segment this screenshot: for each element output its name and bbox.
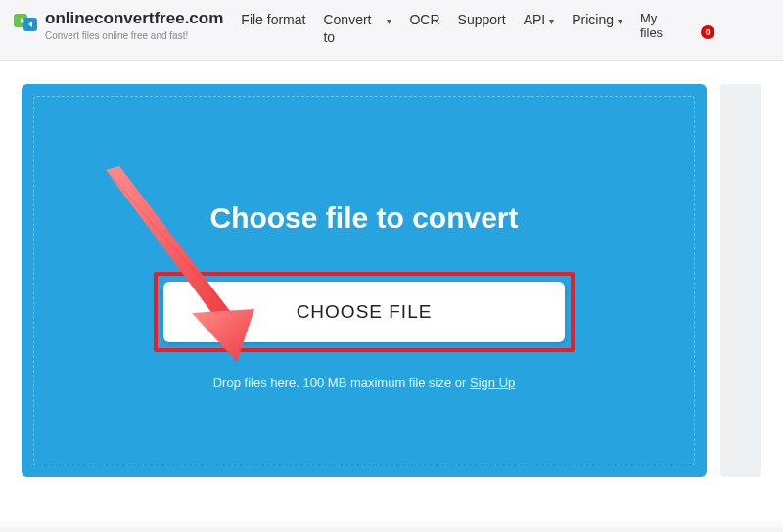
chevron-down-icon: ▾ [549, 12, 554, 28]
nav-file-format[interactable]: File format [241, 12, 305, 29]
nav-ocr[interactable]: OCR [409, 12, 439, 29]
hint-text: Drop files here. 100 MB maximum file siz… [213, 376, 470, 390]
upload-dropzone[interactable]: Choose file to convert CHOOSE FILE Drop … [33, 96, 695, 466]
choose-file-area: CHOOSE FILE [154, 272, 575, 352]
signup-link[interactable]: Sign Up [470, 376, 515, 390]
nav-my-files[interactable]: My files [640, 12, 679, 41]
page-root: onlineconvertfree.com Convert files onli… [0, 0, 783, 532]
nav-pricing-label: Pricing [572, 12, 614, 29]
upload-panel: Choose file to convert CHOOSE FILE Drop … [22, 84, 707, 477]
brand-name: onlineconvertfree.com [45, 10, 223, 28]
nav-support[interactable]: Support [458, 12, 506, 29]
nav-support-label: Support [458, 12, 506, 29]
nav-items: File format Convert to ▾ OCR Support API… [235, 10, 769, 46]
nav-convert-to[interactable]: Convert to ▾ [323, 12, 392, 46]
brand-tagline: Convert files online free and fast! [45, 30, 223, 41]
chevron-down-icon: ▾ [387, 12, 392, 28]
bottom-shadow [0, 518, 783, 532]
dropzone-hint: Drop files here. 100 MB maximum file siz… [213, 376, 516, 390]
brand[interactable]: onlineconvertfree.com Convert files onli… [14, 10, 223, 41]
main-content: Choose file to convert CHOOSE FILE Drop … [0, 61, 783, 485]
nav-api[interactable]: API ▾ [524, 12, 555, 29]
chevron-down-icon: ▾ [618, 12, 622, 28]
brand-logo-icon [14, 12, 39, 33]
side-panel-placeholder [720, 84, 761, 477]
nav-ocr-label: OCR [409, 12, 439, 29]
panel-heading: Choose file to convert [209, 201, 518, 235]
nav-my-files-label: My files [640, 11, 663, 40]
notification-badge[interactable]: 0 [701, 25, 714, 39]
nav-api-label: API [524, 12, 546, 29]
nav-pricing[interactable]: Pricing ▾ [572, 12, 622, 29]
choose-file-button[interactable]: CHOOSE FILE [163, 282, 565, 342]
notification-count: 0 [705, 27, 710, 37]
nav-file-format-label: File format [241, 12, 305, 29]
top-nav: onlineconvertfree.com Convert files onli… [0, 0, 783, 61]
brand-text: onlineconvertfree.com Convert files onli… [45, 10, 223, 41]
nav-convert-to-label: Convert to [323, 12, 383, 46]
